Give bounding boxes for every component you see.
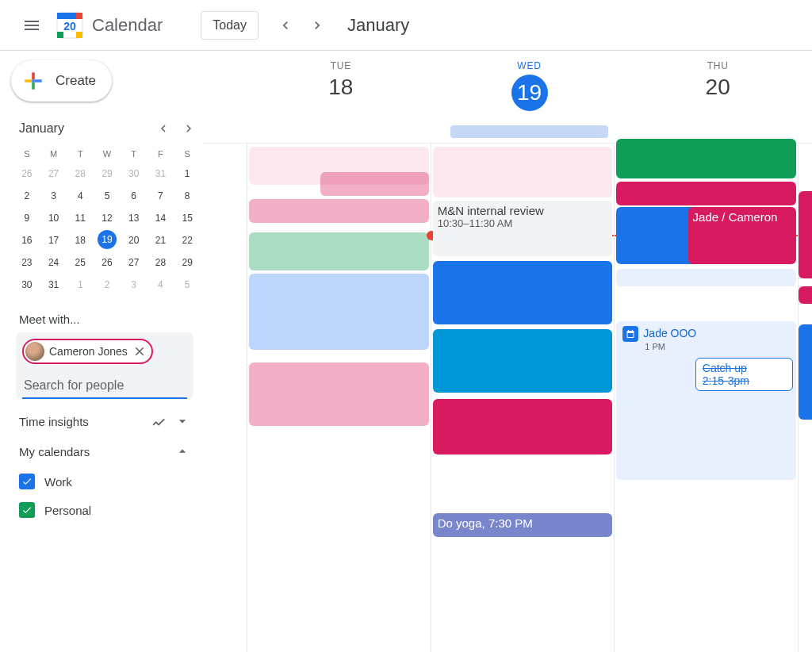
svg-rect-3 — [76, 32, 82, 38]
chevron-up-icon[interactable] — [174, 443, 190, 459]
chevron-down-icon[interactable] — [174, 413, 190, 429]
remove-chip-button[interactable] — [132, 344, 147, 359]
mini-day-cell[interactable]: 5 — [94, 186, 120, 206]
mini-day-cell[interactable]: 16 — [14, 230, 40, 251]
calendar-event[interactable] — [249, 274, 429, 350]
day-header[interactable]: THU20 — [623, 51, 812, 124]
mini-day-cell[interactable]: 31 — [148, 163, 174, 184]
day-header[interactable]: TUE18 — [247, 51, 435, 124]
week-grid: TUE18 WED19 THU20 M&N internal review10:… — [203, 51, 812, 652]
day-label: TUE — [247, 60, 435, 71]
mini-day-cell[interactable]: 29 — [94, 163, 120, 184]
mini-calendar[interactable]: SMTWTFS262728293031123456789101112131415… — [11, 146, 203, 301]
calendar-event[interactable] — [433, 261, 613, 324]
mini-day-cell[interactable]: 23 — [14, 252, 40, 273]
mini-day-cell[interactable]: 12 — [94, 208, 120, 228]
mini-day-cell[interactable]: 4 — [67, 186, 93, 206]
mini-day-cell[interactable]: 9 — [14, 208, 40, 228]
time-insights-row[interactable]: Time insights — [11, 399, 203, 429]
allday-event[interactable] — [450, 125, 609, 138]
calendar-event[interactable] — [799, 191, 812, 278]
mini-day-cell[interactable]: 2 — [94, 274, 120, 295]
day-column-wed[interactable]: M&N internal review10:30–11:30 AMDo yoga… — [431, 144, 615, 652]
mini-next-month[interactable] — [178, 117, 200, 140]
calendar-event[interactable] — [320, 172, 428, 196]
calendar-event[interactable] — [616, 139, 796, 178]
mini-day-cell[interactable]: 14 — [148, 208, 174, 228]
mini-day-cell[interactable]: 31 — [41, 274, 67, 295]
mini-day-cell[interactable]: 29 — [174, 252, 200, 273]
mini-day-cell[interactable]: 15 — [174, 208, 200, 228]
mini-day-cell[interactable]: 5 — [174, 274, 200, 295]
mini-day-cell[interactable]: 4 — [148, 274, 174, 295]
day-number[interactable]: 18 — [247, 75, 435, 100]
ooo-event[interactable]: Jade OOO1 PM — [616, 321, 796, 480]
day-header[interactable]: WED19 — [435, 51, 624, 124]
mini-day-cell[interactable]: 1 — [174, 163, 200, 184]
mini-day-cell[interactable]: 18 — [67, 230, 93, 251]
calendar-event[interactable]: Do yoga, 7:30 PM — [433, 513, 613, 537]
mini-day-cell[interactable]: 1 — [67, 274, 93, 295]
mini-day-cell[interactable]: 6 — [121, 186, 147, 206]
mini-day-cell[interactable]: 21 — [148, 230, 174, 251]
prev-period-button[interactable] — [271, 11, 300, 40]
person-chip[interactable]: Cameron Jones — [22, 339, 153, 364]
mini-day-cell[interactable]: 3 — [121, 274, 147, 295]
mini-day-cell[interactable]: 25 — [67, 252, 93, 273]
calendar-event[interactable]: M&N internal review10:30–11:30 AM — [433, 201, 613, 256]
mini-day-cell[interactable]: 30 — [14, 274, 40, 295]
declined-event[interactable]: Catch up2:15-3pm — [695, 358, 793, 391]
app-title: Calendar — [92, 15, 163, 36]
calendar-event[interactable] — [616, 182, 796, 205]
calendar-event[interactable]: Jade / Cameron — [688, 207, 796, 264]
calendar-event[interactable] — [799, 324, 812, 420]
day-column-tue[interactable] — [247, 144, 431, 652]
next-period-button[interactable] — [303, 11, 331, 40]
calendar-checkbox[interactable] — [19, 502, 35, 518]
check-icon — [21, 476, 33, 487]
calendar-event[interactable] — [249, 232, 429, 270]
calendar-event[interactable] — [799, 286, 812, 304]
mini-day-cell[interactable]: 30 — [121, 163, 147, 184]
day-number[interactable]: 20 — [623, 75, 812, 100]
calendar-event[interactable] — [616, 269, 796, 286]
mini-day-cell[interactable]: 22 — [174, 230, 200, 251]
mini-day-cell[interactable]: 10 — [41, 208, 67, 228]
calendar-item[interactable]: Personal — [19, 496, 203, 524]
calendar-event[interactable] — [433, 329, 613, 393]
create-button[interactable]: Create — [11, 60, 112, 102]
mini-day-cell[interactable]: 26 — [94, 252, 120, 273]
mini-dow-label: S — [14, 146, 40, 162]
mini-day-cell[interactable]: 8 — [174, 186, 200, 206]
mini-prev-month[interactable] — [152, 117, 174, 140]
mini-day-cell[interactable]: 20 — [121, 230, 147, 251]
today-button[interactable]: Today — [201, 11, 259, 40]
svg-rect-6 — [32, 72, 35, 79]
day-column-thu[interactable]: Jade / CameronJade OOO1 PMCatch up2:15-3… — [614, 144, 798, 652]
chevron-left-icon — [156, 121, 170, 136]
main-menu-button[interactable] — [13, 6, 51, 44]
mini-day-cell[interactable]: 28 — [67, 163, 93, 184]
calendar-event[interactable] — [433, 399, 613, 454]
mini-day-cell[interactable]: 27 — [41, 163, 67, 184]
calendar-item[interactable]: Work — [19, 467, 203, 496]
calendar-checkbox[interactable] — [19, 474, 35, 489]
calendar-event[interactable] — [249, 199, 429, 223]
mini-day-cell[interactable]: 28 — [148, 252, 174, 273]
mini-day-cell[interactable]: 17 — [41, 230, 67, 251]
mini-day-cell[interactable]: 11 — [67, 208, 93, 228]
mini-day-cell[interactable]: 26 — [14, 163, 40, 184]
calendar-event[interactable] — [249, 362, 429, 426]
mini-day-cell[interactable]: 2 — [14, 186, 40, 206]
mini-day-cell[interactable]: 7 — [148, 186, 174, 206]
mini-day-cell[interactable]: 19 — [98, 230, 117, 249]
mini-day-cell[interactable]: 24 — [41, 252, 67, 273]
mini-day-cell[interactable]: 27 — [121, 252, 147, 273]
my-calendars-row[interactable]: My calendars — [11, 429, 203, 459]
search-people-input[interactable] — [22, 370, 187, 399]
day-number[interactable]: 19 — [511, 75, 548, 111]
create-label: Create — [56, 73, 96, 89]
mini-day-cell[interactable]: 13 — [121, 208, 147, 228]
mini-day-cell[interactable]: 3 — [41, 186, 67, 206]
calendar-event[interactable] — [433, 147, 613, 198]
